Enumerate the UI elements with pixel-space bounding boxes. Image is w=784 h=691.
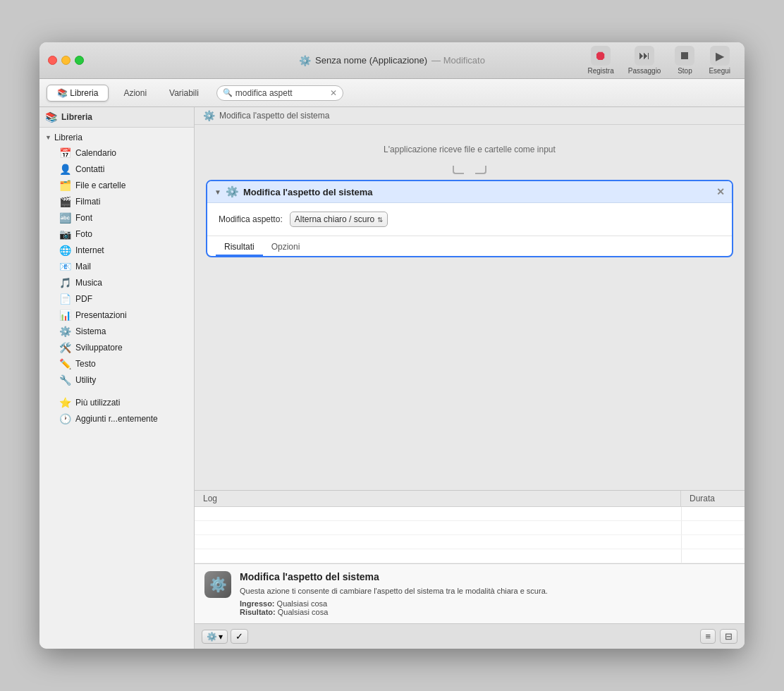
gear-arrow: ▾ [219, 632, 223, 642]
view-list-button[interactable]: ≡ [700, 629, 716, 644]
run-icon: ▶ [710, 46, 730, 66]
title-bar-center: ⚙️ Senza nome (Applicazione) — Modificat… [299, 55, 485, 66]
sidebar-item-internet[interactable]: 🌐 Internet [42, 243, 191, 258]
sidebar-item-label: Testo [75, 359, 96, 369]
clock-icon: 🕐 [59, 413, 71, 424]
sidebar-header-label: Libreria [61, 112, 92, 122]
sidebar-item-filmati[interactable]: 🎬 Filmati [42, 194, 191, 209]
internet-icon: 🌐 [59, 245, 71, 256]
action-card: ▼ ⚙️ Modifica l'aspetto del sistema ✕ Mo… [206, 180, 733, 257]
stop-button[interactable]: ⏹ Stop [669, 43, 700, 78]
minimize-button[interactable] [61, 56, 71, 65]
sidebar-item-piu-utilizzati[interactable]: ⭐ Più utilizzati [42, 395, 191, 410]
tab-azioni[interactable]: Azioni [113, 85, 157, 102]
sidebar-item-sviluppatore[interactable]: 🛠️ Sviluppatore [42, 340, 191, 355]
log-header: Log Durata [195, 491, 745, 507]
sviluppatore-icon: 🛠️ [59, 342, 71, 353]
log-col-duration: Durata [681, 491, 745, 506]
sidebar-item-label: Filmati [75, 197, 100, 207]
sidebar-item-testo[interactable]: ✏️ Testo [42, 356, 191, 372]
view-split-button[interactable]: ⊟ [720, 629, 737, 644]
list-view-icon: ≡ [705, 631, 711, 642]
sidebar-item-musica[interactable]: 🎵 Musica [42, 275, 191, 291]
bottom-left: ⚙️ ▾ ✓ [202, 629, 248, 644]
workflow-hint: L'applicazione riceve file e cartelle co… [206, 136, 733, 163]
calendario-icon: 📅 [59, 147, 71, 159]
star-icon: ⭐ [59, 397, 71, 408]
search-box[interactable]: 🔍 ✕ [216, 85, 343, 101]
desc-output-value: Qualsiasi cosa [278, 608, 329, 616]
sidebar-item-label: Font [75, 213, 92, 223]
breadcrumb-text: Modifica l'aspetto del sistema [219, 111, 329, 121]
sidebar-item-file-cartelle[interactable]: 🗂️ File e cartelle [42, 178, 191, 193]
desc-meta-output: Risultato: Qualsiasi cosa [240, 608, 735, 616]
tab-risultati[interactable]: Risultati [216, 239, 263, 256]
dropdown-alterna[interactable]: Alterna chiaro / scuro ⇅ [290, 212, 388, 227]
utility-icon: 🔧 [59, 374, 71, 386]
breadcrumb: ⚙️ Modifica l'aspetto del sistema [195, 107, 745, 125]
desc-title: Modifica l'aspetto del sistema [240, 571, 735, 582]
sidebar-item-utility[interactable]: 🔧 Utility [42, 372, 191, 388]
workflow-area: L'applicazione riceve file e cartelle co… [195, 125, 745, 490]
mail-icon: 📧 [59, 261, 71, 272]
tab-libreria[interactable]: 📚 Libreria [47, 85, 109, 102]
sidebar-item-label: Musica [75, 278, 102, 288]
sidebar-item-aggiunti[interactable]: 🕐 Aggiunti r...entemente [42, 411, 191, 427]
log-col-log: Log [195, 491, 681, 506]
main-content: 📚 Libreria ▼ Libreria 📅 Calendario 👤 Con… [39, 107, 745, 649]
record-button[interactable]: ⏺ Registra [582, 43, 619, 78]
run-label: Esegui [709, 67, 730, 75]
tab-variabili[interactable]: Variabili [159, 85, 209, 102]
description-panel: ⚙️ Modifica l'aspetto del sistema Questa… [195, 563, 745, 624]
sidebar-item-pdf[interactable]: 📄 PDF [42, 291, 191, 307]
toolbar-row: 📚 Libreria Azioni Variabili 🔍 ✕ [39, 79, 745, 107]
desc-content: Modifica l'aspetto del sistema Questa az… [240, 571, 735, 617]
chevron-down-icon: ▼ [45, 134, 51, 141]
search-clear-icon[interactable]: ✕ [330, 88, 337, 98]
presentazioni-icon: 📊 [59, 310, 71, 321]
sidebar-section-libreria[interactable]: ▼ Libreria [39, 130, 194, 145]
toolbar-right: ⏺ Registra ⏭ Passaggio ⏹ Stop ▶ Esegui [582, 43, 736, 78]
split-view-icon: ⊟ [725, 631, 733, 642]
action-card-title: Modifica l'aspetto del sistema [243, 187, 712, 197]
sidebar-item-label: PDF [75, 294, 92, 304]
log-row [195, 507, 745, 521]
step-icon: ⏭ [635, 46, 654, 66]
sidebar: 📚 Libreria ▼ Libreria 📅 Calendario 👤 Con… [39, 107, 195, 649]
run-button[interactable]: ▶ Esegui [703, 43, 736, 78]
tab-azioni-label: Azioni [123, 88, 147, 98]
file-cartelle-icon: 🗂️ [59, 180, 71, 191]
sidebar-header: 📚 Libreria [39, 107, 194, 128]
sidebar-item-label: Sistema [75, 326, 106, 336]
tab-opzioni[interactable]: Opzioni [263, 239, 309, 256]
stop-label: Stop [678, 67, 692, 75]
sidebar-item-contatti[interactable]: 👤 Contatti [42, 161, 191, 177]
sidebar-section-label: Libreria [54, 133, 82, 142]
sidebar-item-mail[interactable]: 📧 Mail [42, 259, 191, 274]
sidebar-item-calendario[interactable]: 📅 Calendario [42, 145, 191, 161]
gear-icon: ⚙️ [207, 632, 217, 642]
sidebar-item-label: Mail [75, 262, 91, 271]
log-row [195, 535, 745, 549]
action-card-close[interactable]: ✕ [716, 186, 725, 197]
right-panel: ⚙️ Modifica l'aspetto del sistema L'appl… [195, 107, 745, 649]
chevron-updown-icon: ⇅ [377, 216, 383, 224]
log-row [195, 521, 745, 535]
gear-menu-button[interactable]: ⚙️ ▾ [202, 630, 228, 644]
log-area: Log Durata [195, 490, 745, 563]
action-card-toggle[interactable]: ▼ [214, 188, 221, 196]
sidebar-item-presentazioni[interactable]: 📊 Presentazioni [42, 307, 191, 323]
close-button[interactable] [48, 56, 57, 65]
sidebar-item-font[interactable]: 🔤 Font [42, 210, 191, 226]
action-card-tabs: Risultati Opzioni [207, 236, 732, 256]
maximize-button[interactable] [75, 56, 84, 65]
connector-top [206, 166, 733, 174]
sidebar-item-sistema[interactable]: ⚙️ Sistema [42, 324, 191, 339]
sidebar-item-label: Foto [75, 229, 92, 239]
check-button[interactable]: ✓ [231, 629, 248, 644]
search-input[interactable] [235, 88, 320, 98]
sidebar-item-foto[interactable]: 📷 Foto [42, 226, 191, 242]
app-window: ⚙️ Senza nome (Applicazione) — Modificat… [39, 42, 745, 649]
step-button[interactable]: ⏭ Passaggio [623, 43, 667, 78]
step-label: Passaggio [628, 67, 661, 75]
